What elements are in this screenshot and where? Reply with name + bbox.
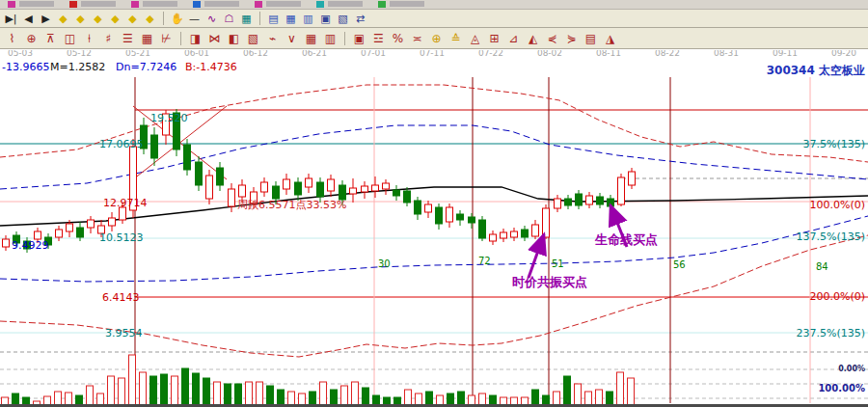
zoom-icon[interactable]: ◆	[72, 11, 89, 26]
prev-bar-icon[interactable]: ◀	[20, 11, 37, 26]
save-icon[interactable]: ▣	[317, 11, 334, 26]
volume-bar	[575, 384, 582, 405]
volume-scale-label: 100.00%	[818, 383, 865, 393]
volume-bar	[458, 392, 465, 405]
volume-bar	[23, 397, 30, 405]
menu-icon	[255, 1, 262, 8]
flag-draw-icon[interactable]: ◧	[225, 30, 243, 47]
draw-tool-icon[interactable]: ⌇	[3, 30, 21, 47]
menu-label	[328, 1, 363, 7]
box-tool-icon[interactable]: ◫	[61, 30, 79, 47]
levels-icon[interactable]: ≍	[408, 30, 426, 47]
compass-tool-icon[interactable]: ⊕	[22, 30, 41, 47]
x-axis-date-label: 05-03	[8, 50, 33, 58]
retrace-icon[interactable]: ☲	[369, 30, 388, 47]
candle-body	[436, 207, 443, 224]
candle-body	[511, 231, 518, 237]
volume-bar	[2, 397, 9, 405]
menu-item[interactable]	[255, 0, 301, 9]
wedge-icon[interactable]: ◮	[601, 30, 619, 47]
ruler-tool-icon[interactable]: ⍿	[80, 30, 98, 47]
panel-draw-icon[interactable]: ▦	[302, 30, 320, 47]
menu-item[interactable]	[131, 0, 177, 9]
save-as-icon[interactable]: ▧	[335, 11, 351, 26]
volume-bar	[129, 355, 136, 405]
candle-body	[597, 197, 604, 204]
candle-body	[555, 199, 561, 208]
first-bar-icon[interactable]: ▶|	[3, 11, 19, 26]
gold-ratio-icon[interactable]: ≙	[447, 30, 465, 47]
grid-view-icon[interactable]: ▦	[238, 11, 255, 26]
volume-bar	[161, 374, 168, 405]
zoom-icon[interactable]: ◆	[142, 11, 158, 26]
arc-right-icon[interactable]: ⋟	[562, 30, 581, 47]
indicator-value: B:-1.4736	[185, 61, 237, 73]
zoom-icon[interactable]: ◆	[124, 11, 141, 26]
zoom-icon[interactable]: ◆	[55, 11, 71, 26]
calendar-icon[interactable]: ▤	[265, 11, 282, 26]
chart-area[interactable]: 05-0305-1205-2106-0106-1206-2107-0107-11…	[0, 50, 868, 407]
x-axis-date-label: 06-01	[184, 50, 209, 58]
wave-draw-icon[interactable]: ⌁	[263, 30, 282, 47]
hand-tool-icon[interactable]: ✋	[169, 11, 185, 26]
candle-body	[239, 185, 246, 197]
triangle-icon[interactable]: ◬	[466, 30, 484, 47]
menu-icon	[69, 1, 77, 8]
volume-bar	[522, 397, 529, 405]
gann-percent-label: 200.0%(0)	[809, 290, 865, 303]
vee-draw-icon[interactable]: ∨	[283, 30, 301, 47]
menu-item[interactable]	[69, 0, 116, 9]
volume-bar	[384, 397, 391, 405]
angle-icon[interactable]: ⊿	[504, 30, 523, 47]
panel-draw-icon[interactable]: ▥	[321, 30, 339, 47]
gann-box-icon[interactable]: ▣	[350, 30, 368, 47]
menu-item[interactable]	[316, 0, 363, 9]
x-axis-date-label: 08-22	[655, 50, 680, 58]
list-icon[interactable]: ▥	[300, 11, 316, 26]
gold-circle-icon[interactable]: ⊕	[427, 30, 446, 47]
line-tool-icon[interactable]: —	[186, 11, 203, 26]
annotation-text: 周跌6.5571点33.53%	[237, 199, 346, 211]
zoom-icon[interactable]: ◆	[107, 11, 123, 26]
volume-bar	[55, 392, 62, 405]
menu-item[interactable]	[378, 0, 424, 9]
candle-body	[490, 234, 497, 241]
pattern-tool-icon[interactable]: ☖	[221, 11, 237, 26]
price-chart: 05-0305-1205-2106-0106-1206-2107-0107-11…	[0, 50, 868, 407]
volume-bar	[193, 373, 200, 405]
lines-tool-icon[interactable]: ☰	[119, 30, 137, 47]
toolbar-separator	[344, 32, 345, 45]
channel-tool-icon[interactable]: ▦	[138, 30, 156, 47]
cross-draw-icon[interactable]: ⋈	[205, 30, 224, 47]
cycle-icon[interactable]: ◭	[524, 30, 542, 47]
band-icon[interactable]: ▤	[582, 30, 600, 47]
shade-draw-icon[interactable]: ▧	[244, 30, 262, 47]
indicator-value: M=1.2582	[50, 61, 105, 73]
next-bar-icon[interactable]: ▶	[38, 11, 54, 26]
price-level-label: 17.0695	[99, 138, 144, 150]
percent-icon[interactable]: %	[389, 30, 407, 47]
candle-body	[372, 185, 379, 191]
fan-tool-icon[interactable]: ⊼	[41, 30, 60, 47]
gann-percent-label: 237.5%(135)	[796, 327, 865, 339]
arc-left-icon[interactable]: ⋞	[543, 30, 561, 47]
square-icon[interactable]: ⊞	[485, 30, 503, 47]
rect-draw-icon[interactable]: ◨	[186, 30, 204, 47]
pitchfork-tool-icon[interactable]: ⊬	[157, 30, 176, 47]
volume-bar	[267, 386, 274, 405]
grid-tool-icon[interactable]: ♯	[99, 30, 118, 47]
zigzag-tool-icon[interactable]: ∿	[203, 11, 220, 26]
cycle-count-label: 51	[552, 258, 564, 269]
toolbar-separator	[259, 12, 260, 25]
volume-bar	[214, 382, 221, 405]
price-level-label: 19.520	[150, 112, 188, 124]
menu-item[interactable]	[8, 0, 54, 9]
x-axis-date-label: 08-02	[537, 50, 562, 58]
menu-item[interactable]	[193, 0, 239, 9]
table-icon[interactable]: ▦	[283, 11, 299, 26]
cycle-count-label: 72	[478, 256, 491, 266]
candle-body	[184, 145, 191, 170]
export-icon[interactable]: ⇄	[352, 11, 368, 26]
candle-body	[284, 179, 290, 189]
zoom-icon[interactable]: ◆	[90, 11, 106, 26]
